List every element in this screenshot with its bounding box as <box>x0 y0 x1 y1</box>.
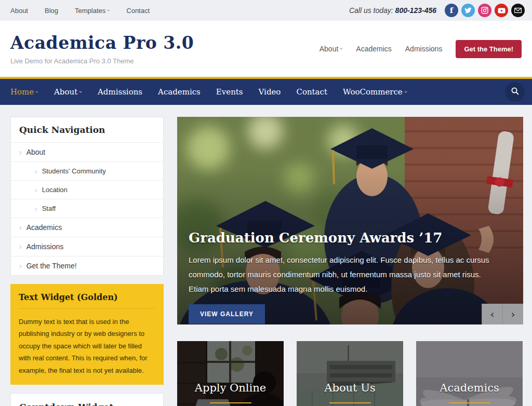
nav-item-events[interactable]: Events <box>216 87 243 97</box>
call-us-text: Call us today: 800-123-456 <box>349 6 436 15</box>
site-branding: Academica Pro 3.0 Live Demo for Academic… <box>10 33 194 65</box>
chevron-right-icon: › <box>35 205 37 212</box>
sidebar-item-academics[interactable]: ›Academics <box>11 218 163 237</box>
phone-number: 800-123-456 <box>395 6 436 15</box>
sidebar-item-get-theme[interactable]: ›Get the Theme! <box>11 256 163 275</box>
tile-apply-online[interactable]: Apply Online <box>177 341 284 406</box>
search-icon <box>511 87 520 97</box>
instagram-icon[interactable] <box>478 4 491 17</box>
countdown-widget: Countdown Widget (Jetpack) <box>10 393 164 406</box>
tile-gold-rule <box>329 402 371 403</box>
hero-title: Graduation Ceremony Awards ’17 <box>189 230 502 246</box>
slider-next-button[interactable]: › <box>502 304 523 324</box>
topbar-link-contact[interactable]: Contact <box>126 7 150 15</box>
slider-arrows: ‹ › <box>482 304 523 324</box>
next-arrow-icon: › <box>511 308 515 320</box>
chevron-right-icon: › <box>19 243 22 250</box>
tile-title: Academics <box>416 382 523 394</box>
chevron-down-icon: › <box>403 91 409 93</box>
header-link-about[interactable]: About› <box>320 45 343 53</box>
chevron-down-icon: › <box>78 91 84 93</box>
nav-item-admissions[interactable]: Admissions <box>98 87 142 97</box>
call-us-label: Call us today: <box>349 6 393 15</box>
social-icons: f <box>445 4 525 17</box>
hero-slider: Graduation Ceremony Awards ’17 Lorem ips… <box>177 117 523 324</box>
tile-gold-rule <box>210 402 251 403</box>
site-header: Academica Pro 3.0 Live Demo for Academic… <box>0 21 532 77</box>
sidebar-item-label: About <box>26 148 46 156</box>
nav-item-woocommerce[interactable]: WooCommerce› <box>343 87 407 97</box>
quick-navigation-title: Quick Navigation <box>11 117 163 143</box>
tile-label: Academics <box>416 382 523 403</box>
nav-item-home[interactable]: Home› <box>10 87 38 97</box>
sidebar-item-staff[interactable]: ›Staff <box>11 199 163 218</box>
sidebar-item-location[interactable]: ›Location <box>11 181 163 199</box>
tile-academics[interactable]: Academics <box>416 341 523 406</box>
chevron-right-icon: › <box>19 262 22 269</box>
sidebar-item-admissions[interactable]: ›Admissions <box>11 237 163 256</box>
sidebar-item-label: Location <box>42 186 68 194</box>
site-tagline: Live Demo for Academica Pro 3.0 Theme <box>10 57 194 65</box>
topbar-link-about[interactable]: About <box>10 7 28 15</box>
tile-gold-rule <box>449 402 490 403</box>
view-gallery-button[interactable]: VIEW GALLERY <box>189 304 265 324</box>
nav-item-home-label: Home <box>10 87 34 97</box>
header-link-academics[interactable]: Academics <box>356 45 391 53</box>
nav-item-woocommerce-label: WooCommerce <box>343 87 403 97</box>
youtube-icon[interactable] <box>495 4 508 17</box>
countdown-widget-title: Countdown Widget (Jetpack) <box>19 402 155 406</box>
header-secondary-nav: About› Academics Admissions Get the Them… <box>320 40 522 58</box>
facebook-icon[interactable]: f <box>445 4 458 17</box>
topbar: About Blog Templates› Contact Call us to… <box>0 0 532 21</box>
header-link-about-label: About <box>320 45 339 53</box>
chevron-right-icon: › <box>35 168 37 175</box>
topbar-right: Call us today: 800-123-456 f <box>349 4 525 17</box>
sidebar-item-students-community[interactable]: ›Students' Community <box>11 162 163 181</box>
chevron-down-icon: › <box>34 91 41 93</box>
tile-title: Apply Online <box>177 382 284 394</box>
chevron-right-icon: › <box>19 148 22 156</box>
text-widget-golden: Text Widget (Golden) Dummy text is text … <box>10 284 164 385</box>
quick-navigation-widget: Quick Navigation ›About ›Students' Commu… <box>10 117 164 276</box>
feature-tiles: Apply Online <box>177 341 523 406</box>
nav-item-about[interactable]: About› <box>54 87 82 97</box>
sidebar-item-about[interactable]: ›About <box>11 143 163 162</box>
nav-item-contact[interactable]: Contact <box>296 87 327 97</box>
nav-item-video[interactable]: Video <box>259 87 281 97</box>
chevron-right-icon: › <box>35 186 37 194</box>
sidebar-item-label: Get the Theme! <box>26 262 77 270</box>
sidebar-item-label: Students' Community <box>42 167 106 175</box>
twitter-icon[interactable] <box>461 4 475 17</box>
main-nav-items: Home› About› Admissions Academics Events… <box>10 87 407 97</box>
sidebar-item-label: Academics <box>26 223 62 232</box>
hero-text: Lorem ipsum dolor sit amet, consectetur … <box>189 253 502 296</box>
nav-item-academics[interactable]: Academics <box>158 87 201 97</box>
topbar-nav: About Blog Templates› Contact <box>10 7 150 15</box>
content-area: Quick Navigation ›About ›Students' Commu… <box>0 105 532 406</box>
slider-prev-button[interactable]: ‹ <box>482 304 502 324</box>
tile-about-us[interactable]: About Us <box>297 341 403 406</box>
sidebar: Quick Navigation ›About ›Students' Commu… <box>10 117 164 406</box>
chevron-down-icon: › <box>338 48 344 50</box>
topbar-link-templates-label: Templates <box>75 7 105 15</box>
chevron-down-icon: › <box>105 9 112 11</box>
site-title[interactable]: Academica Pro 3.0 <box>10 33 194 53</box>
tile-label: About Us <box>297 382 403 403</box>
sidebar-item-label: Staff <box>42 205 56 212</box>
chevron-right-icon: › <box>19 224 22 231</box>
email-icon[interactable] <box>511 4 525 17</box>
tile-title: About Us <box>297 382 403 394</box>
nav-item-about-label: About <box>54 87 77 97</box>
main-navigation: Home› About› Admissions Academics Events… <box>0 77 532 105</box>
page: About Blog Templates› Contact Call us to… <box>0 0 532 406</box>
topbar-link-blog[interactable]: Blog <box>45 7 58 15</box>
search-button[interactable] <box>505 82 525 102</box>
text-widget-body: Dummy text is text that is used in the p… <box>19 316 155 376</box>
hero-caption: Graduation Ceremony Awards ’17 Lorem ips… <box>189 230 502 324</box>
tile-label: Apply Online <box>177 382 284 403</box>
prev-arrow-icon: ‹ <box>490 308 495 320</box>
topbar-link-templates[interactable]: Templates› <box>75 7 110 15</box>
text-widget-title: Text Widget (Golden) <box>19 292 155 309</box>
header-link-admissions[interactable]: Admissions <box>405 45 443 53</box>
get-theme-button[interactable]: Get the Theme! <box>456 40 522 58</box>
